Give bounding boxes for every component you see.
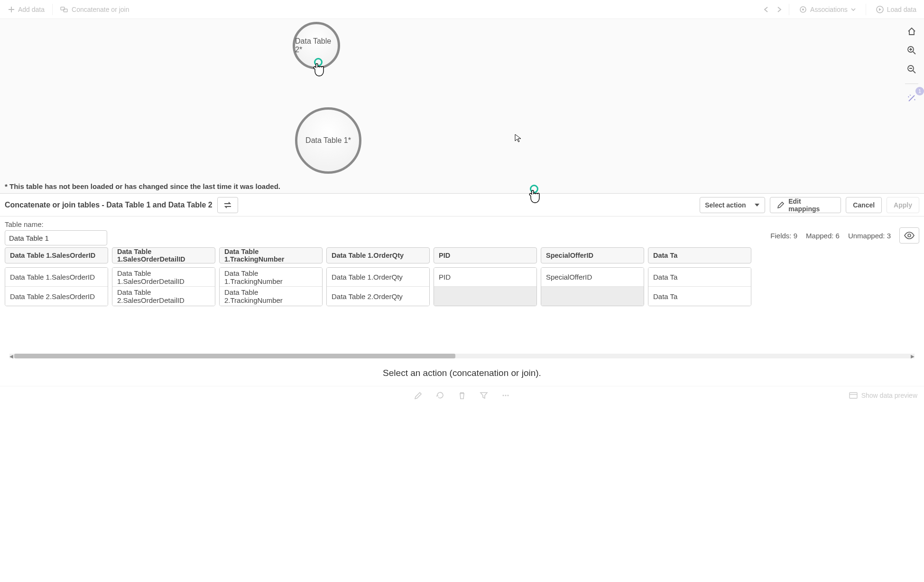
- separator: [789, 4, 789, 15]
- canvas-footnote: * This table has not been loaded or has …: [5, 182, 280, 190]
- select-action-label: Select action: [705, 201, 746, 209]
- svg-point-9: [505, 394, 507, 396]
- badge-count: 1: [915, 87, 924, 95]
- table-node-1[interactable]: Data Table 1*: [295, 107, 361, 174]
- column-header[interactable]: Data Table 1.SalesOrderDetailID: [112, 247, 215, 263]
- column-body: PID: [434, 267, 537, 306]
- edit-mappings-label: Edit mappings: [788, 197, 834, 213]
- svg-point-10: [508, 394, 509, 396]
- concat-join-button[interactable]: Concatenate or join: [56, 4, 133, 15]
- field-mapping-grid: Data Table 1.SalesOrderIDData Table 1.Sa…: [0, 247, 924, 361]
- add-data-label: Add data: [18, 6, 45, 13]
- scroll-right-arrow[interactable]: ▶: [911, 354, 915, 359]
- mapping-cell[interactable]: Data Table 2.OrderQty: [327, 287, 429, 306]
- redo-icon[interactable]: [775, 5, 783, 14]
- stats-mapped: Mapped: 6: [806, 232, 840, 240]
- column-header[interactable]: PID: [434, 247, 537, 263]
- refresh-icon[interactable]: [436, 391, 444, 400]
- undo-icon[interactable]: [762, 5, 771, 14]
- apply-label: Apply: [894, 201, 912, 209]
- horizontal-scrollbar[interactable]: ◀ ▶: [9, 354, 915, 358]
- select-action-dropdown[interactable]: Select action: [700, 197, 765, 213]
- add-data-button[interactable]: Add data: [4, 4, 48, 15]
- column-header[interactable]: Data Ta: [648, 247, 751, 263]
- column-header[interactable]: Data Table 1.TrackingNumber: [219, 247, 323, 263]
- bottom-toolbar: Show data preview: [0, 386, 924, 404]
- mapping-cell[interactable]: Data Table 1.TrackingNumber: [220, 268, 322, 287]
- swap-button[interactable]: [217, 197, 238, 213]
- mapping-cell[interactable]: Data Table 1.OrderQty: [327, 268, 429, 287]
- cancel-label: Cancel: [853, 201, 875, 209]
- column-body: Data Table 1.SalesOrderIDData Table 2.Sa…: [5, 267, 108, 306]
- show-data-preview-button[interactable]: Show data preview: [849, 392, 917, 399]
- svg-point-3: [802, 9, 804, 10]
- hint-text: Select an action (concatenation or join)…: [0, 361, 924, 386]
- pencil-icon: [777, 201, 785, 209]
- mapping-cell[interactable]: [541, 287, 644, 306]
- svg-point-8: [503, 394, 504, 396]
- mapping-cell[interactable]: SpecialOfferID: [541, 268, 644, 287]
- chevron-down-icon: [850, 7, 856, 12]
- separator: [52, 4, 53, 15]
- caret-down-icon: [754, 202, 760, 208]
- mapping-cell[interactable]: Data Table 2.SalesOrderID: [5, 287, 108, 306]
- mapping-cell[interactable]: Data Table 2.TrackingNumber: [220, 287, 322, 306]
- svg-rect-11: [850, 393, 857, 398]
- top-toolbar: Add data Concatenate or join Association…: [0, 0, 924, 19]
- scroll-left-arrow[interactable]: ◀: [9, 354, 13, 359]
- svg-rect-0: [61, 7, 65, 10]
- action-bar-title: Concatenate or join tables - Data Table …: [5, 201, 213, 209]
- separator: [866, 4, 866, 15]
- concat-icon: [60, 6, 69, 13]
- svg-rect-1: [64, 9, 67, 12]
- trash-icon[interactable]: [458, 391, 466, 400]
- home-icon[interactable]: [905, 25, 918, 38]
- table-name-section: Table name:: [0, 216, 112, 247]
- load-data-label: Load data: [887, 6, 916, 13]
- associations-icon: [799, 5, 807, 14]
- toggle-visibility-button[interactable]: [899, 227, 919, 244]
- plus-icon: [8, 6, 15, 13]
- mapping-cell[interactable]: Data Table 1.SalesOrderDetailID: [112, 268, 215, 287]
- mapping-cell[interactable]: Data Ta: [648, 268, 751, 287]
- load-data-button[interactable]: Load data: [872, 3, 920, 16]
- column-body: Data Table 1.TrackingNumberData Table 2.…: [219, 267, 323, 306]
- table-node-1-label: Data Table 1*: [305, 136, 351, 145]
- mapping-cell[interactable]: [434, 287, 536, 306]
- column-body: Data Table 1.SalesOrderDetailIDData Tabl…: [112, 267, 215, 306]
- column-body: SpecialOfferID: [541, 267, 644, 306]
- action-bar: Concatenate or join tables - Data Table …: [0, 194, 924, 216]
- associations-button[interactable]: Associations: [795, 3, 860, 16]
- column-header[interactable]: SpecialOfferID: [541, 247, 644, 263]
- svg-point-7: [908, 234, 911, 237]
- more-icon[interactable]: [501, 391, 510, 400]
- stats-fields: Fields: 9: [770, 232, 797, 240]
- column-header[interactable]: Data Table 1.OrderQty: [326, 247, 430, 263]
- associations-label: Associations: [810, 6, 848, 13]
- magic-wand-icon[interactable]: 1: [905, 92, 918, 105]
- table-node-2-label: Data Table 2*: [295, 37, 338, 54]
- filter-icon[interactable]: [480, 391, 488, 400]
- canvas[interactable]: Data Table 2* Data Table 1* 1 * This tab…: [0, 19, 924, 194]
- scrollbar-thumb[interactable]: [14, 354, 455, 358]
- edit-mappings-button[interactable]: Edit mappings: [770, 197, 841, 213]
- table-node-2[interactable]: Data Table 2*: [293, 22, 340, 69]
- concat-join-label: Concatenate or join: [72, 6, 129, 13]
- zoom-out-icon[interactable]: [905, 63, 918, 76]
- column-header[interactable]: Data Table 1.SalesOrderID: [5, 247, 108, 263]
- column-body: Data TaData Ta: [648, 267, 751, 306]
- canvas-tools: 1: [905, 25, 918, 105]
- separator: [905, 84, 918, 84]
- table-name-input[interactable]: [5, 230, 107, 245]
- edit-icon[interactable]: [414, 391, 423, 400]
- mapping-cell[interactable]: Data Table 1.SalesOrderID: [5, 268, 108, 287]
- cancel-button[interactable]: Cancel: [846, 197, 882, 213]
- stats-unmapped: Unmapped: 3: [848, 232, 891, 240]
- mapping-cell[interactable]: PID: [434, 268, 536, 287]
- mapping-cell[interactable]: Data Ta: [648, 287, 751, 306]
- table-name-label: Table name:: [5, 220, 107, 228]
- zoom-in-icon[interactable]: [905, 44, 918, 57]
- apply-button[interactable]: Apply: [887, 197, 919, 213]
- mapping-cell[interactable]: Data Table 2.SalesOrderDetailID: [112, 287, 215, 306]
- column-body: Data Table 1.OrderQtyData Table 2.OrderQ…: [326, 267, 430, 306]
